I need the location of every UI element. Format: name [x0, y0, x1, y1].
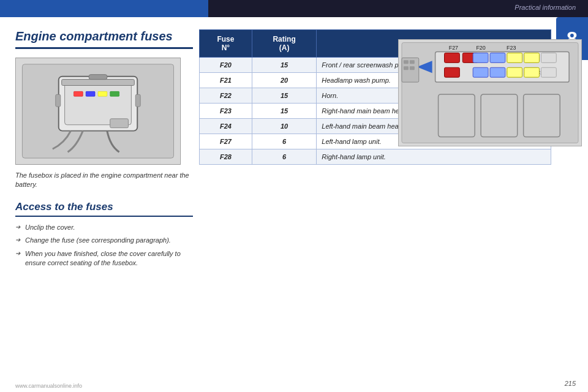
table-cell-fuse: F22 [200, 88, 252, 104]
section-heading: Engine compartment fuses [15, 29, 193, 49]
access-list: Unclip the cover.Change the fuse (see co… [15, 223, 193, 268]
svg-rect-41 [410, 66, 415, 70]
left-column: Engine compartment fuses [15, 29, 193, 271]
page-number: 215 [565, 380, 576, 387]
svg-rect-39 [404, 66, 409, 70]
col-header-fuse: FuseN° [200, 30, 252, 58]
fuse-diagram: F27 F20 F23 F28 F24 F21 F22 [398, 39, 582, 146]
svg-rect-44 [524, 94, 560, 137]
svg-rect-24 [524, 53, 540, 62]
svg-rect-33 [507, 67, 522, 77]
image-caption: The fusebox is placed in the engine comp… [15, 171, 193, 190]
svg-rect-11 [89, 75, 107, 80]
table-cell-fuse: F28 [200, 149, 252, 165]
svg-rect-21 [473, 53, 488, 62]
table-cell-fuse: F20 [200, 58, 252, 73]
table-row: F286Right-hand lamp unit. [200, 149, 551, 165]
svg-rect-12 [110, 119, 129, 128]
table-cell-rating: 15 [252, 104, 316, 119]
table-cell-rating: 10 [252, 119, 316, 134]
table-cell-fuse: F21 [200, 73, 252, 88]
svg-rect-42 [439, 94, 475, 137]
svg-rect-19 [445, 53, 460, 62]
svg-rect-30 [445, 67, 460, 77]
svg-rect-8 [86, 91, 95, 96]
access-list-item: Unclip the cover. [15, 223, 193, 232]
right-column: FuseN° Rating(A) Functions F2015Front / … [199, 29, 551, 165]
table-cell-fuse: F24 [200, 119, 252, 134]
access-list-item: Change the fuse (see corresponding parag… [15, 236, 193, 245]
svg-rect-7 [74, 91, 83, 96]
table-cell-rating: 6 [252, 149, 316, 165]
table-cell-fuse: F27 [200, 134, 252, 149]
svg-rect-35 [541, 67, 556, 77]
svg-rect-34 [524, 67, 540, 77]
table-cell-rating: 15 [252, 58, 316, 73]
svg-text:F23: F23 [507, 45, 516, 51]
svg-rect-32 [490, 67, 505, 77]
section-title: Practical information [514, 4, 576, 11]
svg-rect-9 [98, 91, 107, 96]
svg-rect-23 [507, 53, 522, 62]
svg-rect-5 [56, 94, 61, 107]
svg-rect-6 [135, 94, 140, 107]
svg-text:F20: F20 [476, 45, 485, 51]
top-bar-accent [0, 0, 208, 17]
svg-rect-4 [62, 80, 135, 86]
svg-rect-40 [410, 60, 415, 64]
svg-rect-38 [404, 60, 409, 64]
svg-rect-22 [490, 53, 505, 62]
svg-text:F27: F27 [449, 45, 458, 51]
watermark: www.carmanualsonline.info [15, 383, 82, 389]
svg-rect-31 [473, 67, 488, 77]
table-cell-function: Right-hand lamp unit. [317, 149, 551, 165]
svg-rect-25 [541, 53, 556, 62]
table-cell-rating: 6 [252, 134, 316, 149]
access-heading: Access to the fuses [15, 201, 193, 217]
table-cell-rating: 15 [252, 88, 316, 104]
table-cell-fuse: F23 [200, 104, 252, 119]
svg-rect-10 [110, 91, 119, 96]
col-header-rating: Rating(A) [252, 30, 316, 58]
table-cell-rating: 20 [252, 73, 316, 88]
top-bar: Practical information [0, 0, 588, 17]
access-list-item: When you have finished, close the cover … [15, 249, 193, 268]
fuse-box-image [15, 58, 181, 165]
svg-rect-43 [481, 94, 518, 137]
